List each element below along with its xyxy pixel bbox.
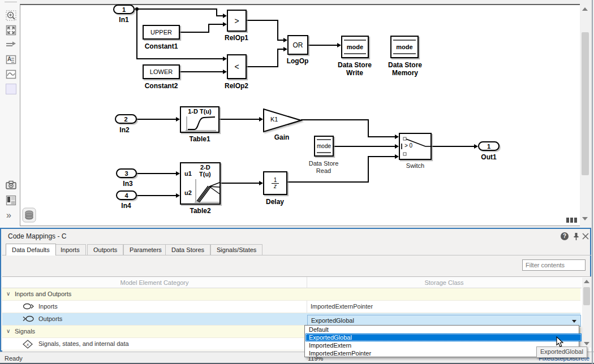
- pin-icon[interactable]: [573, 232, 580, 241]
- ds-line: [393, 53, 416, 54]
- canvas-grip[interactable]: [574, 218, 577, 223]
- port-number: 2: [124, 116, 127, 123]
- block-label-constant2: Constant2: [145, 82, 178, 90]
- wire-lower-relop2: [180, 71, 223, 72]
- tab-data-stores[interactable]: Data Stores: [165, 244, 210, 255]
- scroll-up-icon[interactable]: [584, 280, 589, 283]
- wire-relop2-out: [247, 66, 278, 67]
- tab-parameters[interactable]: Parameters: [123, 244, 168, 255]
- arrowhead: [223, 57, 227, 61]
- help-icon[interactable]: ?: [561, 232, 569, 240]
- wire-in1-branch-v: [136, 8, 137, 59]
- row-label: Signals: [15, 328, 35, 335]
- viewport-box-icon[interactable]: [6, 84, 16, 94]
- arrowhead: [395, 154, 399, 159]
- signal-routing-icon[interactable]: [6, 40, 16, 50]
- scroll-down-icon[interactable]: [584, 342, 589, 345]
- dropdown-option-exportedglobal[interactable]: ExportedGlobal: [305, 333, 582, 341]
- chevron-down-icon[interactable]: ∨: [6, 328, 10, 334]
- data-store-write-block[interactable]: mode: [341, 36, 369, 58]
- tab-outports[interactable]: Outports: [87, 244, 123, 255]
- block-label-gain: Gain: [274, 133, 290, 141]
- wire-table1-gain: [219, 119, 259, 120]
- arrowhead: [395, 135, 399, 139]
- zoom-region-icon[interactable]: [6, 10, 16, 21]
- wire-gain-corner: [368, 119, 369, 137]
- ds-line: [344, 53, 366, 54]
- window-right-edge: [592, 0, 593, 364]
- table2-block[interactable]: u1 u2 2-D T(u): [180, 162, 221, 205]
- scroll-down-icon[interactable]: [582, 217, 588, 220]
- data-store-memory-block[interactable]: mode: [390, 36, 419, 58]
- constant2-block[interactable]: LOWER: [143, 64, 180, 79]
- outport-block-out1[interactable]: 1: [478, 141, 500, 151]
- table2-u2: u2: [184, 189, 192, 196]
- inport-block-in2[interactable]: 2: [115, 114, 137, 124]
- block-label-dsr-1: Data Store: [309, 160, 339, 167]
- gain-value: K1: [270, 116, 278, 123]
- logop-block[interactable]: OR: [287, 35, 308, 55]
- wire-logop-dsw: [308, 45, 337, 46]
- table-vertical-scrollbar[interactable]: [582, 278, 591, 348]
- wire-dsr-switch: [334, 146, 395, 147]
- block-label-relop2: RelOp2: [225, 82, 248, 90]
- canvas-vertical-scrollbar[interactable]: [580, 5, 590, 224]
- scroll-up-icon[interactable]: [582, 7, 588, 11]
- canvas-grip[interactable]: [566, 218, 569, 223]
- table-row-inports[interactable]: Inports ImportedExternPointer: [2, 301, 580, 313]
- combobox-value: ExportedGlobal: [311, 317, 354, 324]
- relop2-block[interactable]: <: [227, 54, 247, 79]
- arrowhead: [176, 117, 180, 122]
- inport-block-in3[interactable]: 3: [116, 168, 137, 178]
- table-row-inports-and-outports[interactable]: ∨ Inports and Outports: [2, 288, 580, 301]
- panel-layout-icon[interactable]: [6, 195, 16, 206]
- dsm-text: mode: [396, 44, 412, 50]
- relop1-block[interactable]: >: [227, 10, 247, 32]
- wire-in1-relop2: [136, 58, 223, 59]
- close-icon[interactable]: [582, 233, 589, 240]
- column-header-storage-class[interactable]: Storage Class: [307, 277, 582, 288]
- table1-block[interactable]: 1-D T(u): [180, 106, 219, 133]
- scrollbar-thumb[interactable]: [582, 32, 589, 175]
- table1-title: 1-D T(u): [181, 108, 218, 115]
- wire-relop2-corner: [277, 49, 278, 67]
- tab-data-defaults[interactable]: Data Defaults: [6, 244, 56, 255]
- arrowhead: [259, 117, 263, 122]
- row-label: Inports and Outports: [15, 291, 71, 297]
- block-label-dsw-2: Write: [346, 69, 363, 77]
- tab-signals-states[interactable]: Signals/States: [210, 244, 262, 255]
- filter-input[interactable]: [522, 259, 586, 271]
- dropdown-option-default[interactable]: Default: [305, 326, 582, 333]
- wire-in2-table1: [137, 119, 176, 120]
- wire-upper-out: [180, 32, 209, 33]
- status-ready: Ready: [5, 355, 23, 362]
- image-curve-icon[interactable]: [6, 69, 16, 80]
- block-label-in4: In4: [121, 202, 131, 210]
- storage-class-value[interactable]: ImportedExternPointer: [311, 303, 373, 310]
- gain-block[interactable]: [263, 109, 303, 133]
- data-store-read-block[interactable]: mode: [314, 136, 334, 157]
- scrollbar-thumb[interactable]: [583, 287, 590, 305]
- tool-palette: A »: [0, 0, 20, 228]
- svg-text:x: x: [26, 342, 29, 347]
- ds-line: [317, 139, 331, 140]
- canvas-grip[interactable]: [570, 218, 573, 223]
- data-store-badge-icon[interactable]: [22, 207, 36, 223]
- expand-palette-icon[interactable]: »: [6, 210, 11, 220]
- camera-icon[interactable]: [6, 180, 16, 190]
- inport-icon: [23, 302, 34, 310]
- inport-block-in1[interactable]: 1: [113, 5, 135, 14]
- constant1-block[interactable]: UPPER: [143, 25, 180, 40]
- switch-block[interactable]: > 0: [399, 133, 432, 160]
- delay-block[interactable]: 1 z: [263, 171, 287, 195]
- column-header-category[interactable]: Model Element Category: [2, 277, 307, 288]
- table2-surface-icon: [193, 178, 221, 204]
- wire-delay-switch: [368, 156, 395, 157]
- combobox-arrow-icon[interactable]: [572, 320, 576, 323]
- fit-to-view-icon[interactable]: [6, 25, 16, 36]
- tab-inports[interactable]: Inports: [54, 244, 86, 255]
- block-label-dsr-2: Read: [316, 167, 331, 174]
- chevron-down-icon[interactable]: ∨: [6, 291, 10, 297]
- inport-block-in4[interactable]: 4: [116, 190, 137, 200]
- wire-delay-corner: [368, 156, 369, 183]
